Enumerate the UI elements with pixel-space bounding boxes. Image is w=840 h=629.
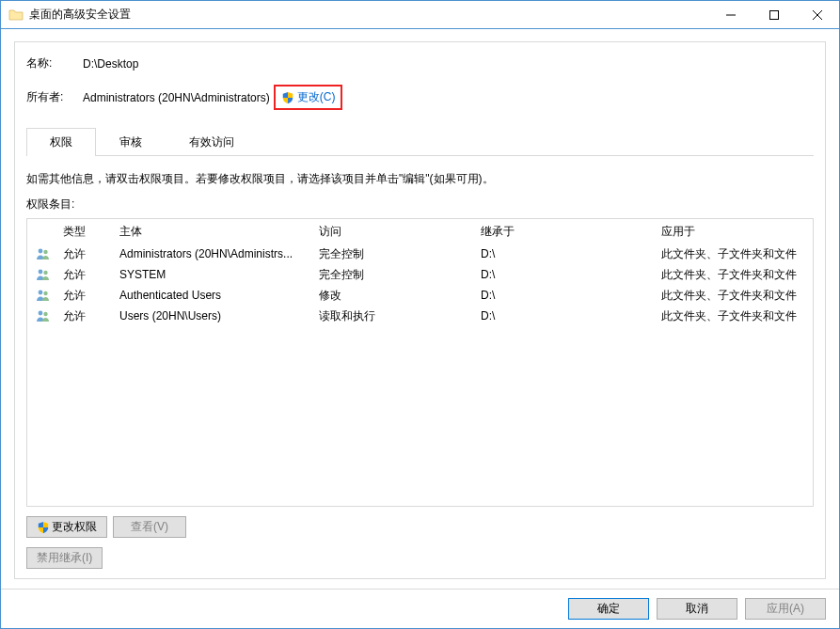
cancel-button[interactable]: 取消 [657,598,737,620]
close-button[interactable] [796,1,839,28]
table-row[interactable]: 允许Administrators (20HN\Administrs...完全控制… [27,244,813,264]
owner-value-wrap: Administrators (20HN\Administrators) 更改(… [83,85,342,110]
cell-inherit: D:\ [477,268,658,281]
folder-icon [8,8,24,23]
cell-apply: 此文件夹、子文件夹和文件 [658,308,813,324]
window-title: 桌面的高级安全设置 [29,7,709,23]
cell-apply: 此文件夹、子文件夹和文件 [658,288,813,304]
window-controls [709,1,839,28]
svg-point-10 [39,311,43,316]
cell-access: 完全控制 [315,267,477,283]
cell-access: 完全控制 [315,246,477,262]
cell-type: 允许 [59,267,116,283]
cell-inherit: D:\ [477,247,658,260]
ok-button[interactable]: 确定 [568,598,649,620]
change-owner-link[interactable]: 更改(C) [297,89,336,105]
tab-audit[interactable]: 审核 [96,128,166,156]
svg-point-8 [39,291,43,295]
security-dialog: 桌面的高级安全设置 名称: D:\Desktop 所有者: Administra… [0,0,840,629]
cell-principal: SYSTEM [116,268,315,281]
table-row[interactable]: 允许Users (20HN\Users)读取和执行D:\此文件夹、子文件夹和文件 [27,306,813,326]
dialog-footer: 确定 取消 应用(A) [1,589,839,628]
titlebar: 桌面的高级安全设置 [1,1,839,29]
svg-point-11 [43,312,47,316]
button-row-2: 禁用继承(I) [26,547,814,569]
col-type[interactable]: 类型 [59,224,116,240]
inner-panel: 名称: D:\Desktop 所有者: Administrators (20HN… [14,41,826,579]
change-permissions-label: 更改权限 [52,519,97,535]
svg-point-7 [43,271,47,275]
svg-point-5 [43,250,47,254]
cell-type: 允许 [59,308,116,324]
col-principal[interactable]: 主体 [116,224,315,240]
permission-list[interactable]: 类型 主体 访问 继承于 应用于 允许Administrators (20HN\… [26,218,814,507]
owner-row: 所有者: Administrators (20HN\Administrators… [26,85,814,110]
users-icon [36,267,51,282]
view-button[interactable]: 查看(V) [113,516,186,538]
tab-permissions[interactable]: 权限 [26,128,96,156]
cell-type: 允许 [59,288,116,304]
cell-inherit: D:\ [477,289,658,302]
tab-effective-access[interactable]: 有效访问 [166,128,258,156]
name-row: 名称: D:\Desktop [26,55,814,71]
help-text: 如需其他信息，请双击权限项目。若要修改权限项目，请选择该项目并单击"编辑"(如果… [26,171,814,187]
cell-principal: Users (20HN\Users) [116,309,315,322]
apply-button[interactable]: 应用(A) [745,598,826,620]
minimize-button[interactable] [709,1,753,28]
cell-access: 读取和执行 [315,308,477,324]
svg-rect-1 [770,10,779,19]
owner-value: Administrators (20HN\Administrators) [83,91,270,104]
col-inherit[interactable]: 继承于 [477,224,658,240]
users-icon [36,308,51,323]
col-access[interactable]: 访问 [315,224,477,240]
cell-inherit: D:\ [477,309,658,322]
permission-entries-label: 权限条目: [26,197,814,212]
svg-point-6 [39,270,43,275]
change-owner-highlight: 更改(C) [274,85,343,110]
owner-label: 所有者: [26,89,83,105]
list-header: 类型 主体 访问 继承于 应用于 [27,219,813,244]
shield-icon [281,91,294,104]
table-row[interactable]: 允许SYSTEM完全控制D:\此文件夹、子文件夹和文件 [27,264,813,285]
content-area: 名称: D:\Desktop 所有者: Administrators (20HN… [1,29,839,589]
svg-point-9 [43,291,47,295]
cell-principal: Administrators (20HN\Administrs... [116,247,315,260]
svg-point-4 [39,249,43,254]
cell-apply: 此文件夹、子文件夹和文件 [658,267,813,283]
col-apply[interactable]: 应用于 [658,224,813,240]
name-label: 名称: [26,55,83,71]
cell-access: 修改 [315,288,477,304]
users-icon [36,288,51,303]
users-icon [36,246,51,261]
button-row-1: 更改权限 查看(V) [26,516,814,538]
cell-apply: 此文件夹、子文件夹和文件 [658,246,813,262]
tabs: 权限 审核 有效访问 [26,127,814,156]
name-value: D:\Desktop [83,57,138,71]
cell-principal: Authenticated Users [116,289,315,302]
shield-icon [37,521,50,534]
cell-type: 允许 [59,246,116,262]
maximize-button[interactable] [753,1,796,28]
disable-inheritance-button[interactable]: 禁用继承(I) [26,547,103,569]
table-row[interactable]: 允许Authenticated Users修改D:\此文件夹、子文件夹和文件 [27,285,813,306]
change-permissions-button[interactable]: 更改权限 [26,516,107,538]
